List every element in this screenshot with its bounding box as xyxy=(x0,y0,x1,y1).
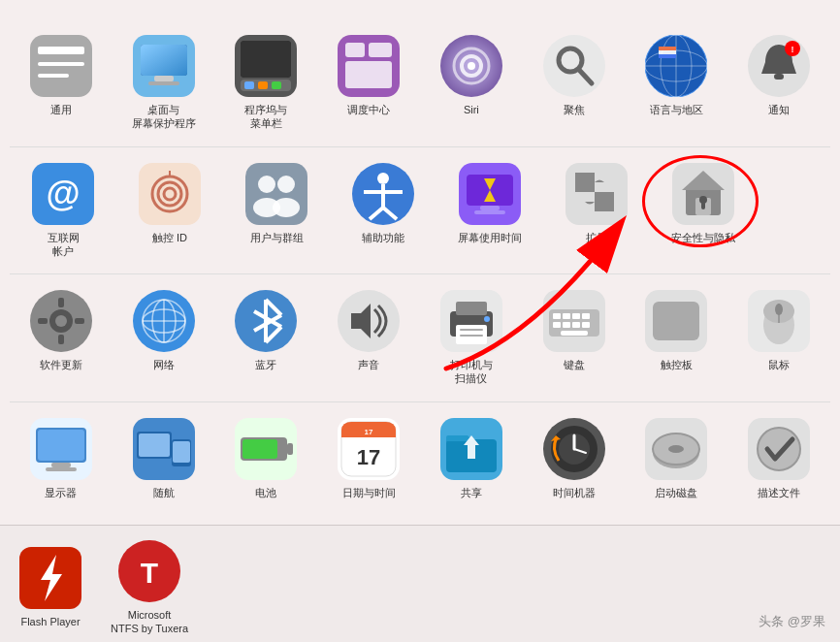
app-users[interactable]: 用户与群组 xyxy=(223,157,330,250)
general-icon xyxy=(30,35,92,97)
svg-rect-73 xyxy=(58,298,64,307)
network-icon xyxy=(133,290,195,352)
printer-icon xyxy=(440,290,502,352)
svg-point-97 xyxy=(484,316,490,322)
sound-icon xyxy=(338,290,400,352)
app-spotlight[interactable]: 聚焦 xyxy=(523,29,626,122)
app-profiles[interactable]: 描述文件 xyxy=(727,412,830,505)
tuxera-label: MicrosoftNTFS by Tuxera xyxy=(111,608,188,636)
app-startdisk[interactable]: 启动磁盘 xyxy=(626,412,728,505)
svg-rect-3 xyxy=(38,74,69,78)
svg-rect-106 xyxy=(572,322,580,328)
app-flashplayer[interactable]: Flash Player xyxy=(19,547,81,628)
app-softwareupdate[interactable]: 软件更新 xyxy=(10,284,113,377)
security-label: 安全性与隐私 xyxy=(671,231,735,244)
svg-rect-101 xyxy=(563,313,570,319)
svg-point-72 xyxy=(55,315,67,327)
app-mission[interactable]: 调度中心 xyxy=(317,29,420,122)
app-trackpad[interactable]: 触控板 xyxy=(626,284,728,377)
svg-rect-95 xyxy=(460,329,483,331)
app-siri[interactable]: Siri xyxy=(420,29,523,122)
app-tuxera[interactable]: T MicrosoftNTFS by Tuxera xyxy=(111,540,188,636)
svg-rect-129 xyxy=(242,439,277,459)
svg-point-23 xyxy=(468,62,475,70)
app-display[interactable]: 显示器 xyxy=(10,412,113,505)
grid-row-2: @ 互联网帐户 xyxy=(10,146,830,274)
svg-point-54 xyxy=(377,173,389,184)
app-extensions[interactable]: 扩展 xyxy=(543,157,650,250)
extensions-icon xyxy=(565,163,628,225)
svg-rect-100 xyxy=(553,313,561,319)
app-screentime[interactable]: 屏幕使用时间 xyxy=(436,157,543,250)
app-handoff[interactable]: 随航 xyxy=(113,412,215,505)
flashplayer-label: Flash Player xyxy=(20,615,80,628)
app-security[interactable]: 安全性与隐私 xyxy=(650,157,757,250)
datetime-label: 日期与时间 xyxy=(342,486,396,499)
app-datetime[interactable]: 17 17 日期与时间 xyxy=(317,412,420,505)
svg-rect-105 xyxy=(563,322,570,328)
startdisk-label: 启动磁盘 xyxy=(655,486,697,499)
app-network[interactable]: 网络 xyxy=(113,284,215,377)
svg-rect-119 xyxy=(51,463,71,467)
display-label: 显示器 xyxy=(45,486,77,499)
security-icon xyxy=(672,163,734,225)
svg-rect-96 xyxy=(460,335,483,337)
svg-rect-108 xyxy=(561,331,588,336)
app-sharing[interactable]: 共享 xyxy=(420,412,523,505)
svg-rect-120 xyxy=(46,467,77,471)
trackpad-label: 触控板 xyxy=(661,358,693,371)
battery-label: 电池 xyxy=(255,486,276,499)
language-icon xyxy=(645,35,707,97)
app-printer[interactable]: 打印机与扫描仪 xyxy=(420,284,523,392)
general-label: 通用 xyxy=(50,103,72,116)
desktop-icon xyxy=(133,35,195,97)
app-touchid[interactable]: 触控 ID xyxy=(116,157,223,250)
svg-rect-61 xyxy=(480,206,500,210)
svg-rect-15 xyxy=(272,81,281,89)
timemachine-icon xyxy=(543,418,605,480)
timemachine-label: 时间机器 xyxy=(553,486,596,499)
language-label: 语言与地区 xyxy=(650,103,703,116)
svg-point-50 xyxy=(277,176,295,193)
startdisk-icon xyxy=(645,418,707,480)
flashplayer-icon xyxy=(19,547,81,609)
app-general[interactable]: 通用 xyxy=(10,29,113,122)
svg-rect-2 xyxy=(38,62,84,66)
app-internet[interactable]: @ 互联网帐户 xyxy=(10,157,116,265)
svg-rect-102 xyxy=(572,313,580,319)
svg-rect-1 xyxy=(38,47,84,54)
app-bluetooth[interactable]: 蓝牙 xyxy=(215,284,318,377)
app-notification[interactable]: ! 通知 xyxy=(727,29,830,122)
app-battery[interactable]: 电池 xyxy=(215,412,318,505)
app-keyboard[interactable]: 键盘 xyxy=(523,284,626,377)
siri-label: Siri xyxy=(464,103,479,116)
svg-rect-74 xyxy=(58,335,64,344)
svg-text:17: 17 xyxy=(357,445,380,469)
app-timemachine[interactable]: 时间机器 xyxy=(523,412,626,505)
svg-point-24 xyxy=(543,35,605,97)
app-language[interactable]: 语言与地区 xyxy=(626,29,728,122)
mouse-label: 鼠标 xyxy=(768,358,790,371)
page-wrapper: 通用 xyxy=(0,0,840,642)
app-dock[interactable]: 程序坞与菜单栏 xyxy=(215,29,318,137)
svg-point-149 xyxy=(668,445,684,453)
svg-rect-7 xyxy=(154,76,174,81)
printer-label: 打印机与扫描仪 xyxy=(450,358,493,386)
main-area: 通用 xyxy=(0,0,840,525)
app-sound[interactable]: 声音 xyxy=(317,284,420,377)
bottom-section: Flash Player T MicrosoftNTFS by Tuxera xyxy=(0,525,840,642)
touchid-label: 触控 ID xyxy=(152,231,187,244)
trackpad-icon xyxy=(645,290,707,352)
dock-label: 程序坞与菜单栏 xyxy=(244,103,287,131)
bluetooth-icon xyxy=(235,290,297,352)
svg-rect-48 xyxy=(245,163,307,225)
svg-rect-107 xyxy=(582,322,590,328)
app-mouse[interactable]: 鼠标 xyxy=(727,284,830,377)
app-desktop[interactable]: 桌面与屏幕保护程序 xyxy=(113,29,215,137)
svg-rect-93 xyxy=(456,302,487,315)
handoff-label: 随航 xyxy=(153,486,175,499)
app-accessibility[interactable]: 辅助功能 xyxy=(330,157,436,250)
profiles-label: 描述文件 xyxy=(758,486,800,499)
desktop-label: 桌面与屏幕保护程序 xyxy=(132,103,196,131)
svg-rect-69 xyxy=(701,202,705,209)
